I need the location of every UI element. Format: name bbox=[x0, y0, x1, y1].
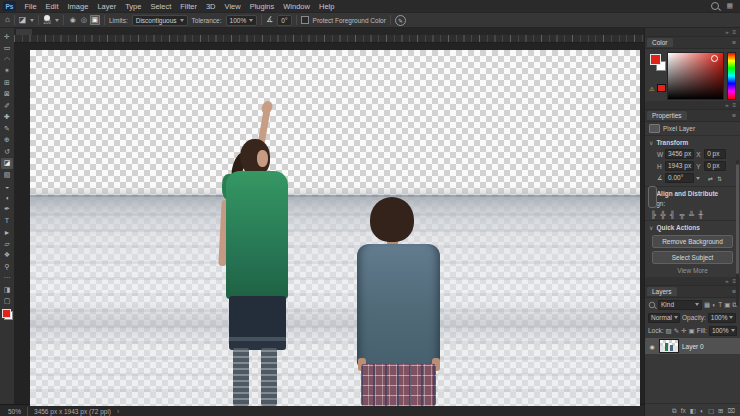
layer-thumbnail[interactable] bbox=[659, 339, 679, 353]
rotation-field[interactable]: 0.00° bbox=[665, 173, 694, 183]
menu-select[interactable]: Select bbox=[146, 2, 176, 11]
screen-mode-button[interactable]: ▢ bbox=[1, 296, 13, 308]
healing-brush-tool[interactable]: ✚ bbox=[1, 112, 13, 124]
tool-preset-icon[interactable]: ◪ bbox=[19, 16, 27, 24]
lock-icon[interactable]: ✛ bbox=[681, 327, 686, 335]
align-icon[interactable]: ╩ bbox=[689, 211, 694, 218]
protect-foreground-checkbox[interactable] bbox=[301, 16, 309, 24]
layers-bottom-icon[interactable]: ⧉ bbox=[672, 407, 677, 415]
scrollbar-thumb[interactable] bbox=[736, 164, 739, 274]
chevron-down-icon[interactable] bbox=[30, 19, 34, 22]
chevron-down-icon[interactable] bbox=[55, 19, 59, 22]
menu-file[interactable]: File bbox=[20, 2, 41, 11]
align-icon[interactable]: ╣ bbox=[670, 211, 675, 218]
lock-icon[interactable]: ▨ bbox=[666, 327, 672, 335]
opacity-dropdown[interactable]: 100% bbox=[708, 313, 737, 323]
align-icon[interactable]: ╠ bbox=[651, 211, 656, 218]
align-section-header[interactable]: ∨ Align and Distribute bbox=[645, 186, 740, 198]
workspace-icon[interactable]: ▦ bbox=[726, 2, 733, 10]
link-dimensions-icon[interactable] bbox=[648, 186, 657, 208]
height-field[interactable]: 1943 px bbox=[665, 161, 694, 171]
layers-bottom-icon[interactable]: ⊞ bbox=[718, 407, 723, 415]
gamut-color-chip[interactable] bbox=[657, 84, 666, 92]
sampling-once-icon[interactable]: ◎ bbox=[79, 15, 89, 25]
type-tool[interactable]: T bbox=[1, 215, 13, 227]
pen-tool[interactable]: ✒ bbox=[1, 204, 13, 216]
quick-mask-button[interactable]: ◨ bbox=[1, 284, 13, 296]
layer-filter-icon[interactable]: ▣ bbox=[724, 301, 730, 309]
move-tool[interactable]: ✛ bbox=[1, 31, 13, 43]
tolerance-dropdown[interactable]: 100% bbox=[226, 15, 258, 26]
quick-actions-header[interactable]: ∨ Quick Actions bbox=[645, 220, 740, 232]
fill-dropdown[interactable]: 100% bbox=[709, 326, 737, 336]
align-icon[interactable]: ╫ bbox=[698, 211, 703, 218]
view-more-link[interactable]: View More bbox=[645, 267, 740, 274]
dodge-tool[interactable]: ◖ bbox=[1, 192, 13, 204]
menu-filter[interactable]: Filter bbox=[176, 2, 202, 11]
blend-mode-dropdown[interactable]: Normal bbox=[648, 313, 680, 323]
layers-bottom-icon[interactable]: ◐ bbox=[700, 407, 704, 415]
sampling-continuous-icon[interactable]: ◉ bbox=[68, 15, 78, 25]
status-chevron-icon[interactable]: › bbox=[117, 408, 119, 415]
menu-window[interactable]: Window bbox=[279, 2, 315, 11]
limits-dropdown[interactable]: Discontiguous bbox=[132, 15, 188, 26]
align-icon[interactable]: ╦ bbox=[679, 211, 684, 218]
menu-help[interactable]: Help bbox=[314, 2, 338, 11]
path-selection-tool[interactable]: ► bbox=[1, 227, 13, 239]
marquee-tool[interactable]: ▭ bbox=[1, 43, 13, 55]
layer-row-layer-0[interactable]: ◉ Layer 0 bbox=[645, 338, 740, 354]
shape-tool[interactable]: ▱ bbox=[1, 238, 13, 250]
color-picker-cursor[interactable] bbox=[711, 55, 718, 62]
filter-kind-dropdown[interactable]: Kind bbox=[658, 300, 702, 310]
menu-image[interactable]: Image bbox=[63, 2, 93, 11]
eraser-tool[interactable]: ◪ bbox=[1, 158, 13, 170]
quick-selection-tool[interactable]: ✶ bbox=[1, 66, 13, 78]
pen-pressure-icon[interactable]: ✎ bbox=[395, 15, 406, 26]
tab-properties[interactable]: Properties bbox=[647, 111, 687, 121]
menu-layer[interactable]: Layer bbox=[93, 2, 121, 11]
home-icon[interactable]: ⌂ bbox=[5, 16, 10, 24]
zoom-level[interactable]: 50% bbox=[8, 408, 21, 415]
y-field[interactable]: 0 px bbox=[704, 161, 726, 171]
frame-tool[interactable]: ⊠ bbox=[1, 89, 13, 101]
x-field[interactable]: 0 px bbox=[704, 149, 726, 159]
collapse-icon[interactable]: » bbox=[725, 102, 728, 108]
eyedropper-tool[interactable]: ✐ bbox=[1, 100, 13, 112]
lock-icon[interactable]: ▣ bbox=[689, 327, 695, 335]
layer-visibility-icon[interactable]: ◉ bbox=[648, 343, 656, 350]
edit-toolbar-button[interactable]: ⋯ bbox=[1, 273, 13, 285]
menu-view[interactable]: View bbox=[220, 2, 245, 11]
layer-filter-icon[interactable]: T bbox=[718, 301, 722, 309]
tab-color[interactable]: Color bbox=[647, 38, 673, 48]
foreground-color-swatch[interactable] bbox=[650, 54, 661, 65]
brush-tool[interactable]: ✎ bbox=[1, 123, 13, 135]
align-icon[interactable]: ╬ bbox=[660, 211, 665, 218]
layer-filter-icon[interactable]: ◐ bbox=[712, 301, 716, 309]
history-brush-tool[interactable]: ↺ bbox=[1, 146, 13, 158]
panel-menu-icon[interactable]: ≡ bbox=[732, 39, 736, 46]
brush-angle-field[interactable]: 0° bbox=[277, 15, 291, 26]
sampling-background-swatch-icon[interactable]: ▣ bbox=[90, 15, 100, 25]
lock-icon[interactable]: ✎ bbox=[674, 327, 679, 335]
menu-edit[interactable]: Edit bbox=[41, 2, 63, 11]
layers-bottom-icon[interactable]: ◧ bbox=[690, 407, 696, 415]
menu-3d[interactable]: 3D bbox=[201, 2, 220, 11]
blur-tool[interactable]: ◒ bbox=[1, 181, 13, 193]
panel-menu-icon[interactable]: ≡ bbox=[732, 112, 736, 119]
flip-vertical-icon[interactable]: ⇅ bbox=[717, 175, 722, 182]
chevron-down-icon[interactable] bbox=[696, 177, 700, 180]
saturation-brightness-field[interactable] bbox=[667, 52, 724, 100]
clone-stamp-tool[interactable]: ⊕ bbox=[1, 135, 13, 147]
crop-tool[interactable]: ⊞ bbox=[1, 77, 13, 89]
panel-scrollbar[interactable] bbox=[736, 160, 739, 306]
menu-plugins[interactable]: Plugins bbox=[245, 2, 279, 11]
gradient-tool[interactable]: ▧ bbox=[1, 169, 13, 181]
search-icon[interactable] bbox=[711, 2, 719, 10]
layers-bottom-icon[interactable]: ⌧ bbox=[728, 407, 736, 415]
collapse-icon[interactable]: » bbox=[725, 278, 728, 284]
panel-menu-icon[interactable]: ≡ bbox=[732, 29, 736, 35]
brush-preset-picker[interactable]: 200 bbox=[43, 15, 51, 26]
tab-layers[interactable]: Layers bbox=[647, 287, 677, 297]
hue-slider[interactable] bbox=[727, 52, 736, 100]
zoom-tool[interactable]: ⚲ bbox=[1, 261, 13, 273]
